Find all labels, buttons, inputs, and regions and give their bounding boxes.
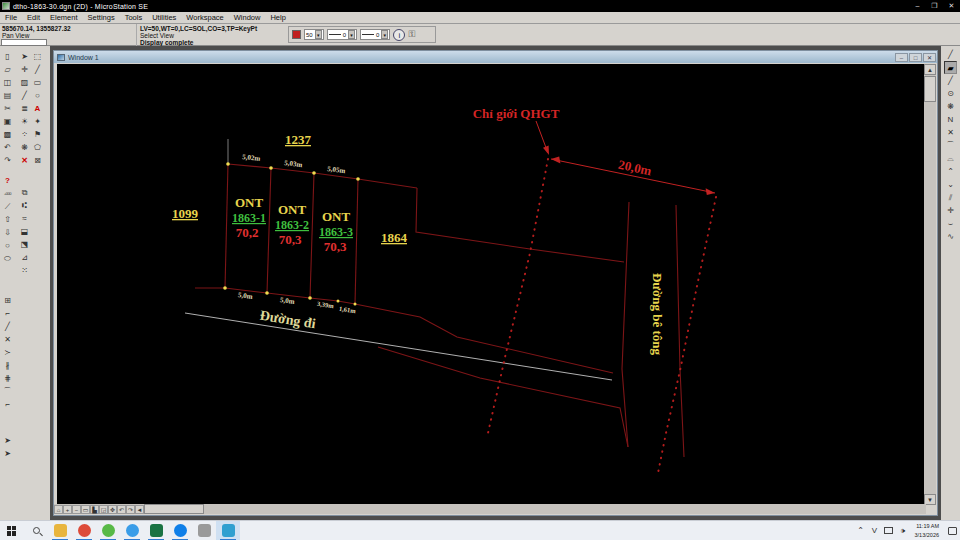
segment-icon[interactable]: ╱	[31, 63, 44, 76]
fillet-icon[interactable]: ⌒	[1, 385, 14, 398]
arc2-icon[interactable]: ⌓	[944, 152, 957, 165]
fit-view-icon[interactable]: ▙	[90, 505, 99, 514]
stack-icon[interactable]: ≣	[18, 102, 31, 115]
fence-icon[interactable]: ⬚	[31, 50, 44, 63]
file-explorer-icon[interactable]	[48, 521, 72, 540]
scroll-left-icon[interactable]: ◄	[135, 505, 144, 514]
tray-clock[interactable]: 11:19 AM 3/13/2026	[915, 522, 939, 539]
start-button[interactable]	[0, 521, 24, 540]
view-minimize-button[interactable]: –	[895, 53, 908, 62]
vertex-icon[interactable]: ⌄	[944, 178, 957, 191]
green-app-icon[interactable]	[96, 521, 120, 540]
text-icon[interactable]: A	[31, 102, 44, 115]
view-window-titlebar[interactable]: Window 1 – □ ✕	[54, 51, 937, 63]
menu-item[interactable]: Element	[45, 13, 83, 22]
undo-icon[interactable]: ↶	[1, 141, 14, 154]
offset-icon[interactable]: ⋕	[1, 372, 14, 385]
maximize-button[interactable]: ❐	[926, 1, 943, 11]
tray-volume-icon[interactable]: 🕩	[896, 521, 910, 540]
chrome-icon[interactable]	[72, 521, 96, 540]
angle-icon[interactable]: ⌃	[944, 165, 957, 178]
horizontal-scroll-thumb[interactable]	[144, 504, 204, 514]
save-icon[interactable]: ◫	[1, 76, 14, 89]
point-icon[interactable]: ✦	[31, 115, 44, 128]
microstation-icon[interactable]	[216, 521, 240, 540]
view-maximize-button[interactable]: □	[909, 53, 922, 62]
segment-tool-icon[interactable]: ╱	[944, 74, 957, 87]
zoom-icon[interactable]: ○	[31, 89, 44, 102]
link-icon[interactable]: ⧉	[18, 186, 31, 199]
drop-icon[interactable]: ⊠	[31, 154, 44, 167]
print-icon[interactable]: ▤	[1, 89, 14, 102]
zigzag-icon[interactable]: Ν	[944, 113, 957, 126]
circle-icon[interactable]: ○	[1, 239, 14, 252]
menu-item[interactable]: File	[0, 13, 22, 22]
copy-icon[interactable]: ▣	[1, 115, 14, 128]
hatch-icon[interactable]: ▨	[18, 76, 31, 89]
rectangle-icon[interactable]: ▭	[31, 76, 44, 89]
zoom-in-icon[interactable]: +	[63, 505, 72, 514]
plus-tool-icon[interactable]: ✛	[944, 204, 957, 217]
open-file-icon[interactable]: ▱	[1, 63, 14, 76]
keyin-input[interactable]	[1, 39, 47, 46]
level-combo[interactable]: 50 ▾	[304, 29, 324, 40]
lamp-icon[interactable]: ☀	[18, 115, 31, 128]
cut-icon[interactable]: ✂	[1, 102, 14, 115]
pointer-icon[interactable]: ➤	[1, 434, 14, 447]
cells-icon[interactable]: ⬠	[31, 141, 44, 154]
delete-element-icon[interactable]: ✕	[18, 154, 31, 167]
delete-icon[interactable]: ✕	[1, 333, 14, 346]
grid-icon[interactable]: ⊞	[1, 294, 14, 307]
zalo-icon[interactable]	[168, 521, 192, 540]
circle-center-icon[interactable]: ⊙	[944, 87, 957, 100]
crosshair-icon[interactable]: ✛	[18, 63, 31, 76]
tray-language-icon[interactable]: V	[868, 521, 882, 540]
shape-icon[interactable]: ⬓	[18, 225, 31, 238]
corner-icon[interactable]: ⌐	[1, 307, 14, 320]
accudraw-icon[interactable]: +000	[1, 187, 14, 200]
menu-item[interactable]: Window	[229, 13, 266, 22]
tangent-icon[interactable]: ⫽	[944, 191, 957, 204]
star-burst-icon[interactable]: ❋	[944, 100, 957, 113]
measure-icon[interactable]: ⊿	[18, 251, 31, 264]
arc-icon[interactable]: ⌒	[944, 139, 957, 152]
search-button[interactable]	[24, 521, 48, 540]
select-arrow-icon[interactable]: ➤	[18, 50, 31, 63]
help-icon[interactable]: ?	[1, 174, 14, 187]
minimize-button[interactable]: –	[909, 1, 926, 11]
cross-icon[interactable]: ✕	[944, 126, 957, 139]
palette-icon[interactable]: ❋	[18, 141, 31, 154]
drawing-canvas[interactable]: 1237 1099 1864 ONT 1863-1 70,2 ONT 1863-…	[57, 64, 925, 505]
menu-item[interactable]: Edit	[22, 13, 45, 22]
menu-item[interactable]: Workspace	[181, 13, 228, 22]
rotate-view-icon[interactable]: ◲	[99, 505, 108, 514]
pattern-icon[interactable]: ⁘	[18, 128, 31, 141]
line-icon[interactable]: ╱	[1, 320, 14, 333]
pointer-help-icon[interactable]: ➤	[1, 447, 14, 460]
line-style-combo[interactable]: 0 ▾	[327, 29, 357, 40]
window-area-icon[interactable]: ▭	[81, 505, 90, 514]
extend-icon[interactable]: ≻	[1, 346, 14, 359]
paste-icon[interactable]: ▩	[1, 128, 14, 141]
redo-icon[interactable]: ↷	[1, 154, 14, 167]
arrow-down-icon[interactable]: ⇩	[1, 226, 14, 239]
view-close-button[interactable]: ✕	[923, 53, 936, 62]
points-grid-icon[interactable]: ⁙	[18, 264, 31, 277]
view-prev-icon[interactable]: ↶	[117, 505, 126, 514]
arrow-up-icon[interactable]: ⇧	[1, 213, 14, 226]
flag-icon[interactable]: ⚑	[31, 128, 44, 141]
vertical-scroll-thumb[interactable]	[924, 76, 936, 102]
pan-view-icon[interactable]: ✥	[108, 505, 117, 514]
view-next-icon[interactable]: ↷	[126, 505, 135, 514]
ellipse-icon[interactable]: ⬭	[1, 252, 14, 265]
view-home-icon[interactable]: ⌂	[54, 505, 63, 514]
close-button[interactable]: ✕	[943, 1, 960, 11]
polygon-icon[interactable]: ⬔	[18, 238, 31, 251]
tray-display-icon[interactable]	[882, 521, 896, 540]
curve-icon[interactable]: ⌣	[944, 217, 957, 230]
info-icon[interactable]: i	[393, 29, 405, 41]
menu-item[interactable]: Settings	[83, 13, 120, 22]
menu-item[interactable]: Tools	[120, 13, 148, 22]
menu-item[interactable]: Utilities	[147, 13, 181, 22]
gray-app-icon[interactable]	[192, 521, 216, 540]
